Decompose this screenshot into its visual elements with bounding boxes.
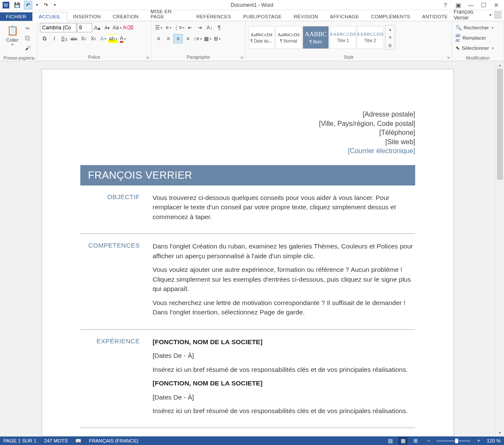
font-launcher[interactable]: ⇲ (146, 55, 149, 60)
align-left-button[interactable]: ≡ (154, 34, 163, 43)
paste-button[interactable]: 📋 Coller ▾ (3, 23, 22, 46)
zoom-level[interactable]: 120 % (487, 438, 501, 443)
tab-revision[interactable]: RÉVISION (288, 12, 324, 21)
shading-button[interactable]: ▦▾ (203, 34, 212, 43)
style-scroll-up[interactable]: ▴ (385, 26, 395, 33)
shrink-font-button[interactable]: A▾ (102, 23, 112, 32)
tab-insertion[interactable]: INSERTION (67, 12, 107, 21)
undo-button[interactable]: ↶ (24, 1, 32, 9)
ribbon-options-button[interactable]: ▣ (454, 1, 462, 9)
tab-affichage[interactable]: AFFICHAGE (324, 12, 365, 21)
highlight-button[interactable]: ab▾ (108, 34, 118, 43)
scroll-up-button[interactable]: ▴ (496, 61, 504, 69)
tab-mise-en-page[interactable]: MISE EN PAGE (144, 7, 190, 21)
font-family-combo[interactable] (40, 23, 76, 32)
exp1-text[interactable]: Insérez ici un bref résumé de vos respon… (153, 365, 415, 374)
redo-button[interactable]: ↷ (42, 1, 50, 9)
tab-antidote[interactable]: ANTIDOTE (416, 12, 454, 21)
strikethrough-button[interactable]: abc (69, 34, 79, 43)
page-indicator[interactable]: PAGE 1 SUR 1 (3, 438, 37, 443)
zoom-handle[interactable] (455, 439, 458, 443)
bold-button[interactable]: G (40, 34, 49, 43)
style-date[interactable]: AaBbCcDd¶ Date du... (248, 26, 275, 49)
style-normal[interactable]: AaBbCcDd¶ Normal (275, 26, 302, 49)
objectif-text[interactable]: Vous trouverez ci-dessous quelques conse… (153, 193, 415, 222)
font-size-combo[interactable] (77, 23, 92, 32)
tab-publipostage[interactable]: PUBLIPOSTAGE (237, 12, 288, 21)
replace-button[interactable]: abacRemplacer (454, 33, 488, 43)
style-titre2[interactable]: AABBCCDDTitre 2 (357, 26, 383, 49)
proofing-icon[interactable]: 📖 (75, 438, 81, 444)
scroll-down-button[interactable]: ▾ (496, 429, 504, 436)
align-center-button[interactable]: ≡ (164, 34, 173, 43)
exp2-dates[interactable]: [Dates De - À] (153, 393, 415, 402)
grow-font-button[interactable]: A▴ (93, 23, 102, 32)
line-spacing-button[interactable]: ↕≡▾ (193, 34, 202, 43)
page[interactable]: [Adresse postale] [Ville, Pays/région, C… (42, 69, 454, 436)
multilevel-button[interactable]: ⋮≡▾ (173, 23, 185, 32)
style-titre1[interactable]: AABBCCDETitre 1 (330, 26, 356, 49)
user-name[interactable]: François Verrier (454, 9, 487, 21)
web-layout-button[interactable]: ⊞ (411, 437, 420, 445)
read-mode-button[interactable]: ▤ (385, 437, 395, 445)
tab-fichier[interactable]: FICHIER (0, 12, 32, 21)
clipboard-launcher[interactable]: ⇲ (32, 56, 35, 60)
underline-button[interactable]: S▾ (59, 34, 69, 43)
show-marks-button[interactable]: ¶ (215, 23, 224, 32)
exp2-text[interactable]: Insérez ici un bref résumé de vos respon… (153, 406, 415, 416)
italic-button[interactable]: I (50, 34, 59, 43)
clear-formatting-button[interactable]: A⌫ (122, 23, 134, 32)
style-expand[interactable]: ⊟ (385, 42, 395, 49)
name-heading[interactable]: FRANÇOIS VERRIER (80, 165, 415, 185)
zoom-slider[interactable] (436, 440, 470, 442)
scroll-thumb[interactable] (497, 69, 503, 180)
address-block[interactable]: [Adresse postale] [Ville, Pays/région, C… (80, 110, 415, 156)
style-nom[interactable]: AABBC¶ Nom (303, 26, 329, 49)
label-competences[interactable]: COMPETENCES (80, 242, 153, 321)
bullets-button[interactable]: ☰▾ (154, 23, 163, 32)
numbering-button[interactable]: ≡▾ (164, 23, 173, 32)
save-button[interactable]: 💾 (13, 1, 21, 9)
tab-creation[interactable]: CRÉATION (107, 12, 144, 21)
tab-accueil[interactable]: ACCUEIL (32, 12, 67, 21)
zoom-in-button[interactable]: + (474, 437, 483, 445)
paragraph-launcher[interactable]: ⇲ (240, 55, 244, 60)
sort-button[interactable]: A↓ (205, 23, 214, 32)
word-count[interactable]: 247 MOTS (44, 438, 68, 443)
undo-dropdown[interactable]: ▾ (35, 1, 39, 9)
vertical-scrollbar[interactable]: ▴ ▾ (496, 61, 504, 436)
borders-button[interactable]: ⊞▾ (212, 34, 222, 43)
increase-indent-button[interactable]: ⇥ (195, 23, 204, 32)
style-gallery[interactable]: AaBbCcDd¶ Date du... AaBbCcDd¶ Normal AA… (248, 26, 383, 49)
decrease-indent-button[interactable]: ⇤ (185, 23, 195, 32)
exp2-title[interactable]: [FONCTION, NOM DE LA SOCIETE] (153, 379, 263, 387)
style-scroll-down[interactable]: ▾ (385, 34, 395, 41)
help-button[interactable]: ? (441, 1, 450, 9)
select-button[interactable]: ⬉Sélectionner▾ (454, 43, 496, 53)
text-effects-button[interactable]: A▾ (99, 34, 108, 43)
superscript-button[interactable]: X2 (89, 34, 98, 43)
cut-button[interactable]: ✂ (23, 24, 32, 33)
minimize-button[interactable]: — (467, 1, 475, 9)
avatar[interactable] (494, 11, 501, 19)
label-experience[interactable]: EXPÉRIENCE (80, 337, 153, 420)
subscript-button[interactable]: X2 (79, 34, 88, 43)
format-painter-button[interactable]: 🖌 (23, 43, 32, 53)
language-indicator[interactable]: FRANÇAIS (FRANCE) (89, 438, 138, 443)
exp1-dates[interactable]: [Dates De - À] (153, 351, 415, 360)
font-color-button[interactable]: A▾ (118, 34, 127, 43)
close-button[interactable]: ✕ (492, 1, 501, 9)
find-button[interactable]: 🔍Rechercher▾ (454, 23, 495, 32)
justify-button[interactable]: ≡ (183, 34, 193, 43)
competences-p1[interactable]: Dans l'onglet Création du ruban, examine… (153, 242, 415, 261)
zoom-out-button[interactable]: − (424, 437, 433, 445)
print-layout-button[interactable]: ▦ (398, 437, 408, 445)
change-case-button[interactable]: Aa▾ (112, 23, 122, 32)
exp1-title[interactable]: [FONCTION, NOM DE LA SOCIETE] (153, 338, 263, 345)
document-area[interactable]: [Adresse postale] [Ville, Pays/région, C… (0, 61, 496, 436)
competences-p3[interactable]: Vous recherchez une lettre de motivation… (153, 298, 415, 317)
label-objectif[interactable]: OBJECTIF (80, 193, 153, 226)
align-right-button[interactable]: ≡ (173, 34, 183, 43)
copy-button[interactable]: ⿻ (23, 34, 32, 43)
tab-complements[interactable]: COMPLÉMENTS (365, 12, 416, 21)
